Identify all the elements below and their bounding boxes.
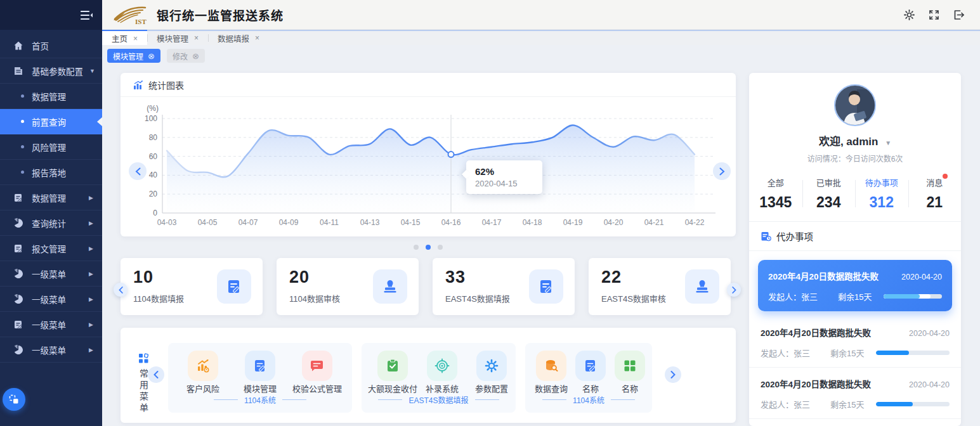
sidebar-item-home[interactable]: 首页: [0, 33, 102, 58]
todo-title: 代办事项: [776, 229, 813, 243]
close-tab-icon[interactable]: ×: [194, 34, 199, 42]
x-tick-label: 04-20: [604, 218, 624, 227]
tab-module-mgmt[interactable]: 模块管理 ×: [147, 31, 208, 45]
sidebar-item-level1-menu-4[interactable]: 一级菜单 ▶: [0, 337, 102, 363]
x-tick-label: 04-22: [685, 218, 705, 227]
quick-item-param-config[interactable]: 参数配置: [467, 351, 516, 394]
chart-tooltip: 62% 2020-04-15: [466, 160, 542, 194]
caret-right-icon: ▶: [89, 195, 93, 201]
avatar[interactable]: [834, 84, 876, 126]
chart-prev-button[interactable]: [129, 162, 147, 180]
caret-right-icon: ▶: [89, 245, 93, 252]
sidebar-item-label: 报告落地: [32, 166, 66, 179]
clipboard-check-icon: [377, 351, 408, 381]
collapse-sidebar-icon[interactable]: [81, 10, 93, 21]
svg-text:20: 20: [149, 190, 158, 198]
tab-bar: 主页 × 模块管理 × 数据填报 ×: [102, 30, 980, 45]
stat-card-east4s-fill[interactable]: 33 EAST4S数据填报: [433, 258, 575, 315]
sidebar-item-base-params[interactable]: 基础参数配置 ▼: [0, 58, 102, 84]
tag-module-mgmt[interactable]: 模块管理 ⊗: [107, 49, 160, 63]
carousel-dot-active[interactable]: [426, 245, 431, 250]
x-tick-label: 04-03: [157, 218, 177, 227]
x-tick-label: 04-16: [441, 218, 461, 227]
sidebar-item-level1-menu-3[interactable]: 一级菜单 ▶: [0, 312, 102, 337]
caret-right-icon: ▶: [89, 271, 93, 277]
todo-item[interactable]: 2020年4月20日数据跑批失败 2020-04-20 发起人：张三 剩余15天: [749, 316, 961, 367]
sidebar-item-level1-menu-1[interactable]: 一级菜单 ▶: [0, 261, 102, 287]
statistics-chart: 020406080100(%)04-0304-0504-0704-0904-11…: [138, 103, 741, 229]
sidebar-item-label: 查询统计: [32, 217, 66, 229]
logout-icon[interactable]: [953, 10, 965, 20]
todo-item-highlighted[interactable]: 2020年4月20日数据跑批失败 2020-04-20 发起人：张三 剩余15天: [758, 260, 952, 311]
user-dropdown-caret-icon[interactable]: ▼: [885, 139, 891, 146]
sidebar-item-level1-menu-2[interactable]: 一级菜单 ▶: [0, 287, 102, 312]
remove-tag-icon[interactable]: ⊗: [148, 52, 155, 60]
doc-pencil-icon: [13, 243, 23, 254]
settings-gear-icon[interactable]: [904, 10, 915, 20]
carousel-dot[interactable]: [414, 245, 419, 250]
remove-tag-icon[interactable]: ⊗: [192, 52, 199, 60]
sidebar-subitem-risk-mgmt[interactable]: 风险管理: [0, 134, 102, 160]
quick-item-customer-risk[interactable]: 客户风险: [178, 351, 228, 394]
x-tick-label: 04-11: [320, 218, 339, 227]
home-icon: [13, 41, 23, 51]
quick-menu-next-button[interactable]: [665, 366, 681, 383]
quick-menu-prev-button[interactable]: [148, 366, 164, 383]
quick-item-name-1[interactable]: 名称: [571, 351, 610, 394]
tooltip-date: 2020-04-15: [475, 179, 533, 188]
quick-item-large-cash[interactable]: 大额现金收付: [368, 351, 417, 394]
stat-card-1104-review[interactable]: 20 1104数据审核: [277, 258, 419, 315]
quick-item-name-2[interactable]: 名称: [610, 351, 650, 394]
svg-text:0: 0: [153, 209, 157, 217]
tag-modify[interactable]: 修改 ⊗: [167, 49, 205, 63]
chart-next-button[interactable]: [713, 162, 731, 180]
stats-prev-button[interactable]: [114, 283, 127, 297]
stamp-icon: [373, 269, 407, 304]
tab-data-fill[interactable]: 数据填报 ×: [208, 31, 269, 45]
x-tick-label: 04-21: [644, 218, 664, 227]
todo-item[interactable]: 2020年4月20日数据跑批失败 2020-04-20 发起人：张三 剩余4天: [749, 418, 961, 426]
x-tick-label: 04-18: [523, 218, 542, 227]
sidebar-item-message-mgmt[interactable]: 报文管理 ▶: [0, 236, 102, 261]
quick-item-formula-mgmt[interactable]: 校验公式管理: [292, 351, 342, 394]
quick-item-module-mgmt[interactable]: 模块管理: [235, 351, 285, 394]
carousel-dot[interactable]: [438, 245, 443, 250]
gear-icon: [476, 351, 507, 381]
sidebar-item-data-mgmt[interactable]: 数据管理 ▶: [0, 185, 102, 210]
tab-home[interactable]: 主页 ×: [102, 30, 147, 45]
quick-menu-card: 常用菜单 客户风险 模块管理 校验公式管理: [121, 328, 736, 423]
todo-item[interactable]: 2020年4月20日数据跑批失败 2020-04-20 发起人：张三 剩余15天: [749, 367, 961, 418]
svg-text:80: 80: [149, 133, 158, 142]
stat-pending[interactable]: 待办事项 312: [855, 176, 908, 211]
x-tick-label: 04-05: [198, 218, 218, 227]
sidebar-item-label: 基础参数配置: [32, 65, 83, 77]
stat-all[interactable]: 全部 1345: [749, 176, 802, 211]
bullet-icon: [21, 94, 24, 98]
sidebar-subitem-report-landing[interactable]: 报告落地: [0, 160, 102, 185]
sidebar-subitem-data-mgmt[interactable]: 数据管理: [0, 84, 102, 109]
active-item-notch: [97, 117, 102, 126]
bar-chart-icon: [133, 80, 143, 90]
sidebar-item-query-stats[interactable]: 查询统计 ▶: [0, 210, 102, 236]
stat-messages[interactable]: 消息 21: [908, 176, 962, 211]
todo-section-header: 代办事项: [749, 222, 961, 251]
stats-next-button[interactable]: [727, 283, 741, 297]
header-actions: [904, 10, 965, 20]
stat-approved[interactable]: 已审批 234: [802, 176, 856, 211]
pie-chart-icon: [13, 218, 23, 228]
app-title: 银行统一监管报送系统: [157, 6, 284, 23]
quick-item-data-query[interactable]: 数据查询: [532, 351, 571, 394]
fullscreen-icon[interactable]: [929, 10, 939, 20]
floating-theme-button[interactable]: [3, 388, 25, 411]
x-tick-label: 04-13: [360, 218, 380, 227]
hover-marker: [448, 152, 454, 157]
stat-card-1104-fill[interactable]: 10 1104数据填报: [121, 258, 263, 315]
quick-item-supplement-system[interactable]: 补录系统: [417, 351, 467, 394]
statistics-chart-card: 统计图表 020406080100(%)04-0304-0504-0704-09…: [121, 73, 736, 236]
welcome-user[interactable]: 欢迎, admin ▼: [749, 132, 961, 148]
close-tab-icon[interactable]: ×: [255, 34, 259, 42]
stat-card-east4s-review[interactable]: 22 EAST4S数据审核: [589, 258, 731, 315]
sidebar-subitem-pre-query[interactable]: 前置查询: [0, 109, 102, 134]
close-tab-icon[interactable]: ×: [133, 34, 138, 43]
doc-edit-icon: [575, 351, 606, 381]
